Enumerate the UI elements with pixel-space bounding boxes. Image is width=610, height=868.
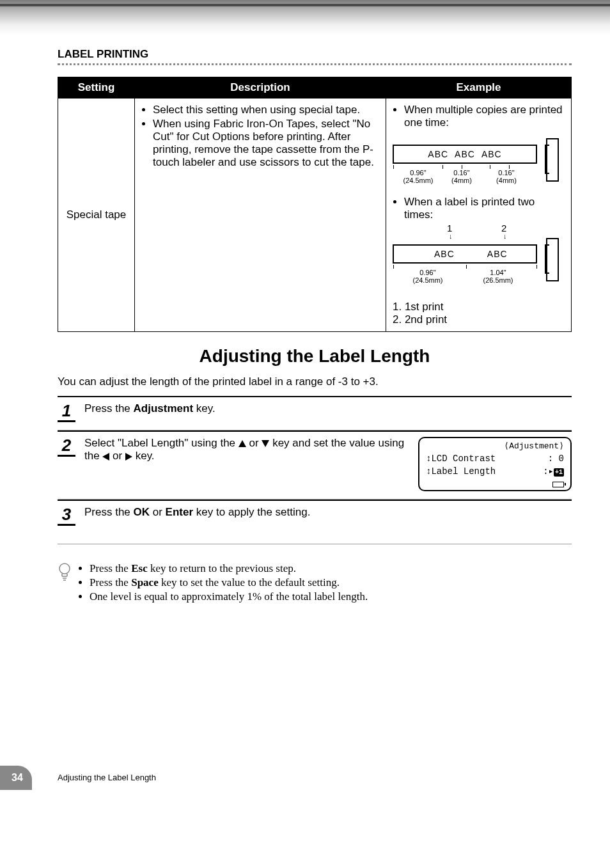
tape-strip: ABC ABC bbox=[393, 244, 537, 264]
step-number: 3 bbox=[58, 506, 75, 526]
down-arrow-icon: ↓ bbox=[503, 232, 507, 240]
table-row: Special tape Select this setting when us… bbox=[58, 99, 572, 332]
tip-item: Press the Esc key to return to the previ… bbox=[90, 562, 368, 575]
battery-icon bbox=[552, 482, 564, 487]
dotted-rule bbox=[58, 63, 572, 65]
meas-in: 0.96" bbox=[410, 169, 426, 177]
lcd-label: Label Length bbox=[431, 466, 496, 477]
example-case2: When a label is printed two times: bbox=[404, 196, 565, 221]
step-text: key. bbox=[193, 402, 215, 414]
step-3: 3 Press the OK or Enter key to apply the… bbox=[58, 500, 572, 544]
lightbulb-icon bbox=[58, 562, 72, 604]
page-footer: 34 Adjusting the Label Length bbox=[0, 758, 610, 790]
tape-figure-2: 1 ↓ 2 ↓ ABC ABC 0.96" bbox=[393, 235, 559, 297]
footer-caption: Adjusting the Label Length bbox=[58, 773, 156, 782]
tape-strip: ABC ABC ABC bbox=[393, 145, 537, 164]
legend-2: 2. 2nd print bbox=[393, 313, 565, 326]
step-number: 2 bbox=[58, 437, 75, 457]
label-text: ABC bbox=[484, 249, 511, 259]
key-name: Adjustment bbox=[134, 402, 194, 414]
page-content: LABEL PRINTING Setting Description Examp… bbox=[0, 35, 610, 630]
svg-point-0 bbox=[59, 564, 70, 574]
key-name: Enter bbox=[166, 506, 193, 518]
meas-in: 0.16" bbox=[498, 169, 514, 177]
meas-in: 0.96" bbox=[419, 269, 435, 276]
lcd-title: ⟨Adjustment⟩ bbox=[426, 441, 564, 451]
step-text: Press the bbox=[84, 402, 134, 414]
left-arrow-icon bbox=[102, 453, 109, 461]
right-arrow-icon bbox=[125, 453, 132, 461]
cell-example: When multiple copies are printed one tim… bbox=[386, 99, 572, 332]
down-arrow-icon: ↓ bbox=[449, 232, 453, 240]
meas-in: 0.16" bbox=[453, 169, 469, 177]
setting-name: Special tape bbox=[66, 209, 127, 221]
step-2: 2 Select "Label Length" using the or key… bbox=[58, 430, 572, 500]
step-1: 1 Press the Adjustment key. bbox=[58, 396, 572, 430]
lcd-label: LCD Contrast bbox=[431, 454, 496, 464]
cassette-icon bbox=[546, 238, 559, 281]
step-text: or bbox=[249, 437, 262, 449]
meas-mm: (24.5mm) bbox=[403, 177, 433, 184]
desc-item: Select this setting when using special t… bbox=[153, 104, 379, 116]
meas-mm: (4mm) bbox=[451, 177, 472, 184]
tape-figure-1: ABC ABC ABC 0.96" (24.5mm) bbox=[393, 136, 559, 191]
top-banner bbox=[0, 0, 610, 35]
label-text: ABC bbox=[478, 149, 505, 159]
lcd-prefix: : bbox=[543, 466, 548, 477]
section-header: LABEL PRINTING bbox=[58, 48, 572, 61]
th-setting: Setting bbox=[58, 77, 135, 99]
label-text: ABC bbox=[431, 249, 484, 259]
page-title: Adjusting the Label Length bbox=[58, 346, 572, 367]
meas-mm: (4mm) bbox=[496, 177, 517, 184]
desc-item: When using Fabric Iron-On Tapes, select … bbox=[153, 118, 379, 169]
label-text: ABC bbox=[451, 149, 478, 159]
tip-block: Press the Esc key to return to the previ… bbox=[58, 562, 572, 604]
tip-item: One level is equal to approximately 1% o… bbox=[90, 590, 368, 603]
tip-item: Press the Space key to set the value to … bbox=[90, 576, 368, 589]
lcd-screenshot: ⟨Adjustment⟩ ↕LCD Contrast : 0 ↕Label Le… bbox=[418, 437, 572, 491]
intro-paragraph: You can adjust the length of the printed… bbox=[58, 375, 572, 388]
page-number-tab: 34 bbox=[0, 766, 32, 790]
cell-description: Select this setting when using special t… bbox=[135, 99, 386, 332]
key-name: OK bbox=[134, 506, 150, 518]
th-description: Description bbox=[135, 77, 386, 99]
cassette-icon bbox=[546, 138, 559, 182]
th-example: Example bbox=[386, 77, 572, 99]
step-text: key. bbox=[136, 450, 155, 462]
step-text: or bbox=[150, 506, 166, 518]
step-text: key to apply the setting. bbox=[193, 506, 310, 518]
step-text: or bbox=[113, 450, 125, 462]
example-case1: When multiple copies are printed one tim… bbox=[404, 104, 565, 129]
meas-mm: (24.5mm) bbox=[412, 276, 442, 284]
lcd-value: : 0 bbox=[548, 454, 564, 464]
legend-1: 1. 1st print bbox=[393, 301, 565, 313]
label-text: ABC bbox=[425, 149, 451, 159]
cell-setting: Special tape bbox=[58, 99, 135, 332]
up-arrow-icon bbox=[239, 440, 246, 447]
step-text: Press the bbox=[84, 506, 134, 518]
meas-mm: (26.5mm) bbox=[483, 276, 513, 284]
step-number: 1 bbox=[58, 402, 75, 422]
lcd-value-badge: +1 bbox=[554, 468, 564, 477]
down-arrow-icon bbox=[262, 440, 269, 447]
settings-table: Setting Description Example Special tape… bbox=[58, 77, 572, 332]
meas-in: 1.04" bbox=[490, 269, 506, 276]
step-text: Select "Label Length" using the bbox=[84, 437, 239, 449]
